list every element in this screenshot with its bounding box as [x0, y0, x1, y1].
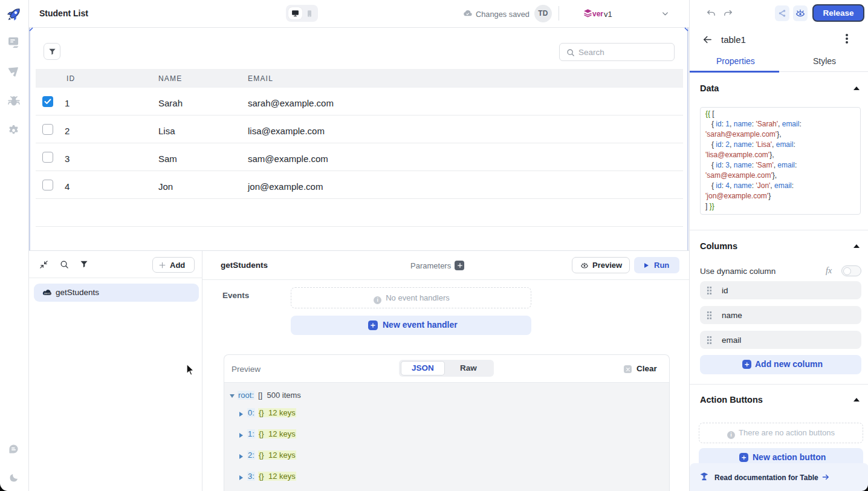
svg-text:(REST): (REST) — [44, 293, 50, 295]
